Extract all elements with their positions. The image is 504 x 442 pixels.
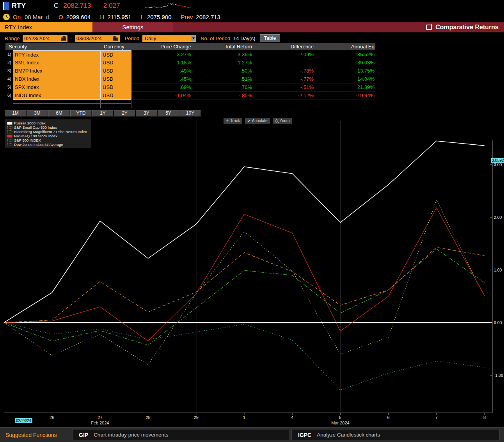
series-line [4,249,484,345]
shortcut-code: IGPC [298,432,311,438]
legend-item[interactable]: Dow Jones Industrial Average [7,142,89,147]
range-tab-5y[interactable]: 5Y [158,110,179,117]
currency-cell[interactable]: USD [101,67,131,75]
security-cell[interactable]: BM7P Index [13,67,101,75]
currency-cell[interactable]: USD [101,50,131,59]
table-row[interactable]: 4)NDX IndexUSD.45%.51%-.77%14.04% [5,75,375,83]
currency-cell[interactable]: USD [101,75,131,83]
calendar-icon[interactable] [113,36,118,41]
security-cell[interactable]: NDX Index [13,75,101,83]
suggested-functions-label[interactable]: Suggested Functions [5,432,69,438]
tab-security[interactable]: RTY Index [0,22,92,32]
shortcut-code: GIP [79,432,88,438]
legend-swatch [7,143,12,146]
empty-value-cell [253,99,314,104]
value-cell: 2.09% [253,50,314,59]
x-tick-label: 4 [291,415,293,420]
chart-toolbar: TrackAnnotateZoom [224,118,292,124]
table-header-cell: Total Return [192,43,253,50]
instrument-icon [3,2,9,10]
month-label: Mar 2024 [331,421,349,425]
series-line [4,200,484,365]
currency-cell[interactable]: USD [101,91,131,100]
tab-settings[interactable]: Settings [92,22,173,32]
chart-toolbar-zoom-button[interactable]: Zoom [273,118,292,124]
table-row[interactable]: 3)BM7P IndexUSD.49%.50%-.78%13.75% [5,67,375,75]
row-number: 1) [5,50,13,59]
open-value: 2099.604 [66,14,91,20]
row-number: 6) [5,91,13,100]
security-cell[interactable]: SML Index [13,59,101,67]
currency-cell[interactable]: USD [101,83,131,92]
table-header-cell: Price Change [131,43,192,50]
table-row[interactable]: 6)INDU IndexUSD-1.04%-.85%-2.12%-19.94% [5,91,375,99]
security-cell[interactable]: SPX Index [13,83,101,92]
table-row[interactable]: 1)RTY IndexUSD3.27%3.36%2.09%136.52% [5,50,375,59]
legend-item[interactable]: Russell 2000 Index [7,121,89,125]
table-row[interactable]: 5)SPX IndexUSD.69%.76%-.51%21.89% [5,83,375,91]
shortcut-gip[interactable]: GIP Chart intraday price movements [72,429,289,441]
price-change: -2.027 [101,2,120,10]
range-label: Range [5,36,20,41]
toolbar-button-label: Track [230,119,240,123]
security-cell[interactable]: INDU Index [13,91,101,100]
currency-cell[interactable]: USD [101,59,131,67]
range-tab-1y[interactable]: 1Y [92,110,114,117]
delayed-flag: d [46,14,49,20]
value-cell: -2.12% [253,91,314,100]
range-end-field[interactable]: 03/08/2024 [75,35,120,42]
row-number: 4) [5,75,13,83]
range-tab-3y[interactable]: 3Y [136,110,157,117]
security-cell[interactable]: RTY Index [13,50,101,59]
value-cell: .50% [192,67,253,75]
empty-table-row [5,99,375,104]
screen-title: Comparative Returns [435,24,499,31]
empty-value-cell [314,104,375,108]
range-start-value: 02/23/2024 [24,36,50,41]
value-cell: .51% [192,75,253,83]
chart-toolbar-track-button[interactable]: Track [224,118,242,124]
series-line [4,208,484,341]
x-tick-label: 5 [339,415,341,420]
legend-label: NASDAQ 100 Stock Index [14,134,57,138]
legend-swatch [7,139,12,142]
range-tab-3m[interactable]: 3M [27,110,48,117]
x-tick-label: 29 [194,415,199,420]
legend-item[interactable]: NASDAQ 100 Stock Index [7,134,89,138]
x-tick-label: 28 [146,415,150,420]
value-cell: 3.36% [192,50,253,59]
empty-table-row [5,104,375,108]
legend-item[interactable]: Bloomberg Magnificent 7 Price Return Ind… [7,130,89,134]
value-cell: .45% [131,75,192,83]
chevron-down-icon[interactable] [191,35,196,41]
chart-toolbar-annotate-button[interactable]: Annotate [245,118,270,124]
table-header-cell: Security [5,43,101,50]
y-tick-label: -1.00 [494,373,503,378]
table-row[interactable]: 2)SML IndexUSD1.18%1.27%--39.03% [5,59,375,67]
range-tab-6m[interactable]: 6M [48,110,70,117]
table-button[interactable]: Table [260,34,279,42]
sparkline-red-segment [176,4,192,9]
legend-item[interactable]: S&P Small Cap 600 Index [7,125,89,130]
export-icon[interactable] [426,25,432,30]
range-tab-ytd[interactable]: YTD [70,110,92,117]
shortcut-igpc[interactable]: IGPC Analyze Candlestick charts [291,429,500,441]
controls-row: Range 02/23/2024 - 03/08/2024 Period Dai… [0,34,504,43]
series-line [4,247,484,323]
range-tab-10y[interactable]: 10Y [179,110,201,117]
value-cell: 136.52% [314,50,375,59]
ticker-symbol: RTY [12,2,26,10]
screen-title-area: Comparative Returns [423,22,504,32]
range-start-field[interactable]: 02/23/2024 [23,35,67,42]
period-dropdown[interactable]: Daily [142,35,196,42]
range-tab-2y[interactable]: 2Y [114,110,135,117]
range-tab-1m[interactable]: 1M [5,110,26,117]
empty-number-cell [5,104,13,108]
comparative-returns-chart[interactable]: 3.002.001.000.00-1.0026272829145678Feb 2… [0,117,504,425]
sparkline-white-segment [145,3,176,8]
empty-security-cell [13,99,101,104]
calendar-icon[interactable] [61,36,66,41]
bloomberg-comparative-returns-screen: RTY C 2082.713 -2.027 On 08 Mar d O 2099… [0,0,504,442]
shortcut-description: Chart intraday price movements [94,432,168,438]
legend-item[interactable]: S&P 500 INDEX [7,138,89,142]
